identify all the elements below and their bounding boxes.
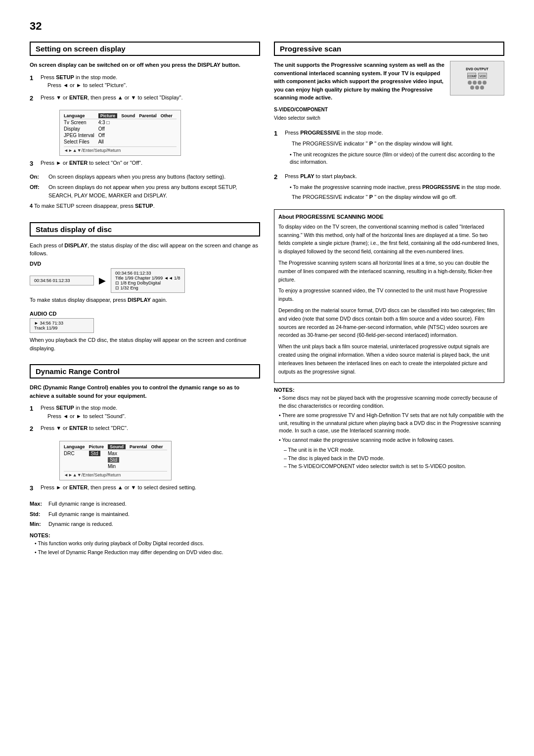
drc-osd-col-parental: Parental: [130, 444, 151, 450]
drc-row1-val: Std: [89, 450, 108, 457]
prog-step-num-2: 2: [274, 172, 283, 204]
prog-para-3: To enjoy a progressive scanned video, th…: [278, 286, 500, 303]
right-column: Progressive scan DVD OUTPUT COMP VCR: [274, 42, 504, 558]
prog-section: Progressive scan DVD OUTPUT COMP VCR: [274, 42, 504, 471]
drc-osd-col-language: Language: [64, 444, 89, 450]
drc-min-key: Min:: [30, 520, 45, 528]
osd-nav-hint: ◄►▲▼/Enter/Setup/Return: [64, 146, 177, 153]
arrow-right-icon: ▶: [99, 275, 106, 286]
osd-row4-label: Select Files: [64, 139, 98, 145]
drc-step-content-1: Press SETUP in the stop mode. Press ◄ or…: [41, 404, 260, 420]
status-intro: Each press of DISPLAY, the status displa…: [30, 241, 260, 258]
prog-step1-text: Press PROGRESSIVE in the stop mode.: [285, 129, 504, 137]
drc-osd-col-sound: Sound: [108, 444, 130, 450]
drc-osd-col-picture: Picture: [89, 444, 108, 450]
step-num-1: 1: [30, 73, 39, 90]
display-again-text: To make status display disappear, press …: [30, 296, 260, 304]
step-num-2: 2: [30, 94, 39, 103]
osd-col-parental: Parental: [139, 113, 161, 119]
drc-step-3: 3 Press ► or ENTER, then press ▲ or ▼ to…: [30, 483, 260, 493]
osd-row3-val: Off: [98, 132, 122, 139]
drc-step-2: 2 Press ▼ or ENTER to select "DRC".: [30, 424, 260, 434]
left-column: Setting on screen display On screen disp…: [30, 42, 260, 558]
drc-title: Dynamic Range Control: [30, 364, 260, 378]
step-content-2: Press ▼ or ENTER, then press ▲ or ▼ to s…: [41, 94, 260, 103]
osd-col-sound: Sound: [121, 113, 139, 119]
cd-note: When you playback the CD disc, the statu…: [30, 336, 260, 352]
status-section: Status display of disc Each press of DIS…: [30, 222, 260, 353]
drc-std-key: Std:: [30, 510, 45, 519]
osd-row3-label: JPEG Interval: [64, 132, 98, 139]
off-key: Off:: [30, 183, 45, 199]
drc-step-num-2: 2: [30, 424, 39, 434]
prog-step2-text: Press PLAY to start playback.: [285, 172, 504, 181]
drc-max-row: Max: Full dynamic range is increased.: [30, 500, 260, 508]
setting-intro: On screen display can be switched on or …: [30, 61, 260, 69]
drc-notes: NOTES: This function works only during p…: [30, 532, 260, 557]
audio-cd-label: AUDIO CD: [30, 311, 260, 317]
dvd-screen-1: 00:34:56 01:12:33: [30, 276, 94, 285]
step-num-3: 3: [30, 159, 39, 169]
about-prog-box: About PROGRESSIVE SCANNING MODE To displ…: [274, 209, 504, 383]
step1-sub: Press ◄ or ► to select "Picture".: [47, 82, 127, 88]
drc-std-text: Full dynamic range is maintained.: [48, 510, 130, 519]
osd-row1-val: 4:3 □: [98, 119, 122, 126]
dvd-label: DVD: [30, 261, 260, 267]
on-key: On:: [30, 173, 45, 181]
prog-step-1: 1 Press PROGRESSIVE in the stop mode. Th…: [274, 129, 504, 169]
off-label-row: Off: On screen displays do not appear wh…: [30, 183, 260, 199]
prog-step-content-2: Press PLAY to start playback. To make th…: [285, 172, 504, 204]
dvd-s2-line3: ⊡ 1/8 Eng DolbyDigital: [115, 281, 180, 285]
prog-note-sub-2: – The disc is played back in the DVD mod…: [284, 454, 504, 463]
prog-step1-sub: The PROGRESSIVE indicator " P " on the d…: [292, 140, 504, 148]
drc-osd-col-other: Other: [151, 444, 167, 450]
about-title: About PROGRESSIVE SCANNING MODE: [278, 214, 500, 220]
video-selector-label: Video selector switch: [274, 114, 504, 122]
osd-row1-label: Tv Screen: [64, 119, 98, 126]
on-text: On screen displays appears when you pres…: [48, 173, 225, 181]
dvd-s2-line1: 00:34:56 01:12:33: [115, 271, 180, 276]
off-text: On screen displays do not appear when yo…: [48, 183, 260, 199]
step-content-1: Press SETUP in the stop mode. Press ◄ or…: [41, 73, 260, 90]
setting-step-2: 2 Press ▼ or ENTER, then press ▲ or ▼ to…: [30, 94, 260, 103]
prog-step-content-1: Press PROGRESSIVE in the stop mode. The …: [285, 129, 504, 169]
drc-min-row: Min: Dynamic range is reduced.: [30, 520, 260, 528]
on-label-row: On: On screen displays appears when you …: [30, 173, 260, 181]
step2-text: Press ▼ or ENTER, then press ▲ or ▼ to s…: [41, 94, 182, 100]
osd-col-picture: Picture: [98, 113, 122, 119]
drc-step1-sub: Press ◄ or ► to select "Sound".: [47, 413, 126, 419]
drc-step-content-3: Press ► or ENTER, then press ▲ or ▼ to s…: [41, 483, 260, 493]
dvd-s1-line1: 00:34:56 01:12:33: [34, 278, 89, 283]
dvd-s2-line4: ⊡ 1/32 Eng: [115, 285, 180, 290]
drc-row1-label: DRC: [64, 450, 89, 457]
audio-cd-screen: ► 34:56 71:33 Track 11/99: [30, 318, 94, 333]
prog-para-2: The Progressive scanning system scans al…: [278, 259, 500, 284]
drc-max-key: Max:: [30, 500, 45, 508]
prog-para-4: Depending on the material source format,…: [278, 306, 500, 339]
status-title: Status display of disc: [30, 222, 260, 236]
dvd-screens: 00:34:56 01:12:33 ▶ 00:34:56 01:12:33 Ti…: [30, 268, 260, 293]
drc-section: Dynamic Range Control DRC (Dynamic Range…: [30, 364, 260, 557]
step-content-3: Press ► or ENTER to select "On" or "Off"…: [41, 159, 260, 169]
drc-note-1: This function works only during playback…: [35, 540, 260, 548]
drc-intro: DRC (Dynamic Range Control) enables you …: [30, 383, 260, 400]
dvd-screen-2: 00:34:56 01:12:33 Title 1/99 Chapter 1/9…: [111, 268, 185, 293]
step1-text: Press SETUP in the stop mode.: [41, 74, 117, 80]
osd-row2-val: Off: [98, 126, 122, 132]
step3-text: Press ► or ENTER to select "On" or "Off"…: [41, 160, 142, 166]
dvd-display-area: DVD 00:34:56 01:12:33 ▶ 00:34:56 01:12:3…: [30, 261, 260, 293]
osd-col-other: Other: [161, 113, 177, 119]
prog-title: Progressive scan: [274, 42, 504, 56]
prog-notes: NOTES: Some discs may not be played back…: [274, 387, 504, 471]
drc-step3-text: Press ► or ENTER, then press ▲ or ▼ to s…: [41, 484, 196, 490]
prog-step-2: 2 Press PLAY to start playback. To make …: [274, 172, 504, 204]
setting-section: Setting on screen display On screen disp…: [30, 42, 260, 210]
prog-note-2: There are some progressive TV and High-D…: [279, 412, 504, 435]
drc-step-content-2: Press ▼ or ENTER to select "DRC".: [41, 424, 260, 434]
page-number: 32: [30, 20, 504, 33]
drc-row1-opt: Max: [108, 450, 130, 457]
drc-row3-opt: Min: [108, 463, 130, 470]
drc-min-text: Dynamic range is reduced.: [48, 520, 113, 528]
drc-nav-hint: ◄►▲▼/Enter/Setup/Return: [64, 471, 167, 477]
osd-row4-val: All: [98, 139, 122, 145]
